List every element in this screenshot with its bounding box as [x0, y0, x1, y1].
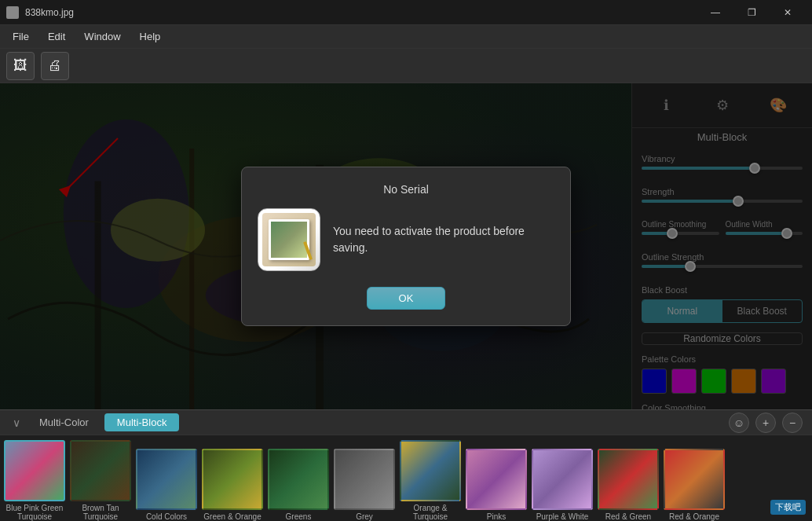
thumbnail-label: Blue Pink GreenTurquoise — [6, 504, 64, 521]
dialog-title: No Serial — [258, 183, 554, 196]
thumbnail-cold-colors[interactable] — [136, 449, 197, 510]
list-item[interactable]: Orange &Turquoise — [399, 440, 462, 521]
title-bar-controls: — ❐ ✕ — [697, 0, 806, 25]
list-item[interactable]: Grey — [333, 449, 396, 521]
app-icon — [6, 6, 19, 19]
thumbnail-grey[interactable] — [334, 449, 395, 510]
thumbnail-blue-pink-green[interactable] — [4, 440, 65, 501]
dialog: No Serial You need to activate the produ… — [241, 167, 571, 326]
thumbnails-bar: Blue Pink GreenTurquoise Brown TanTurquo… — [0, 435, 812, 521]
menu-window[interactable]: Window — [75, 28, 130, 46]
close-button[interactable]: ✕ — [770, 0, 806, 25]
menu-file[interactable]: File — [3, 28, 38, 46]
title-bar-filename: 838kmo.jpg — [25, 7, 74, 18]
title-bar: 838kmo.jpg — ❐ ✕ — [0, 0, 812, 25]
tab-multi-block[interactable]: Multi-Block — [104, 413, 180, 431]
thumbnail-label: Brown TanTurquoise — [82, 504, 119, 521]
thumbnail-label: Red & Orange — [669, 512, 719, 521]
restore-button[interactable]: ❐ — [733, 0, 770, 25]
watermark: 下载吧 — [770, 500, 806, 515]
thumbnail-label: Greens — [286, 512, 312, 521]
list-item[interactable]: Red & Orange — [663, 449, 726, 521]
tab-icon-minus[interactable]: − — [782, 413, 803, 433]
thumbnail-label: Grey — [356, 512, 373, 521]
list-item[interactable]: Blue Pink GreenTurquoise — [3, 440, 66, 521]
tab-icon-plus[interactable]: + — [755, 413, 776, 433]
bottom-tabs: ∨ Multi-Color Multi-Block ☺ + − — [0, 409, 812, 435]
dialog-icon-photo — [269, 219, 309, 260]
menu-help[interactable]: Help — [130, 28, 170, 46]
list-item[interactable]: Green & Orange — [201, 449, 264, 521]
dialog-ok-button[interactable]: OK — [367, 287, 446, 310]
thumbnail-label: Purple & White — [536, 512, 589, 521]
list-item[interactable]: Brown TanTurquoise — [69, 440, 132, 521]
tab-arrow-left[interactable]: ∨ — [9, 416, 24, 429]
thumbnail-label: Orange &Turquoise — [413, 504, 448, 521]
view-button[interactable]: 🖼 — [6, 52, 35, 80]
thumbnail-pinks[interactable] — [466, 449, 527, 510]
dialog-message: You need to activate the product before … — [333, 223, 554, 256]
thumbnail-label: Green & Orange — [203, 512, 261, 521]
thumbnail-orange-turquoise[interactable] — [400, 440, 461, 501]
toolbar: 🖼 🖨 — [0, 49, 812, 83]
list-item[interactable]: Red & Green — [597, 449, 660, 521]
dialog-content: You need to activate the product before … — [258, 208, 554, 271]
tab-multi-color[interactable]: Multi-Color — [27, 413, 101, 431]
thumbnail-label: Pinks — [487, 512, 506, 521]
list-item[interactable]: Purple & White — [531, 449, 594, 521]
minimize-button[interactable]: — — [697, 0, 733, 25]
thumbnail-purple-white[interactable] — [532, 449, 593, 510]
print-button[interactable]: 🖨 — [41, 52, 69, 80]
thumbnail-green-orange[interactable] — [202, 449, 263, 510]
dialog-icon — [258, 208, 320, 271]
title-bar-left: 838kmo.jpg — [6, 6, 74, 19]
tab-icon-smiley[interactable]: ☺ — [729, 413, 749, 433]
dialog-overlay: No Serial You need to activate the produ… — [0, 83, 812, 409]
list-item[interactable]: Greens — [267, 449, 330, 521]
list-item[interactable]: Cold Colors — [135, 449, 198, 521]
dialog-icon-inner — [262, 213, 316, 266]
tab-right-icons: ☺ + − — [729, 413, 803, 433]
menu-edit[interactable]: Edit — [38, 28, 75, 46]
thumbnail-label: Red & Green — [605, 512, 651, 521]
thumbnail-red-orange[interactable] — [664, 449, 725, 510]
thumbnail-brown-tan[interactable] — [70, 440, 131, 501]
list-item[interactable]: Pinks — [465, 449, 528, 521]
thumbnail-red-green[interactable] — [598, 449, 659, 510]
thumbnail-greens[interactable] — [268, 449, 329, 510]
menu-bar: File Edit Window Help — [0, 25, 812, 49]
thumbnail-label: Cold Colors — [146, 512, 187, 521]
